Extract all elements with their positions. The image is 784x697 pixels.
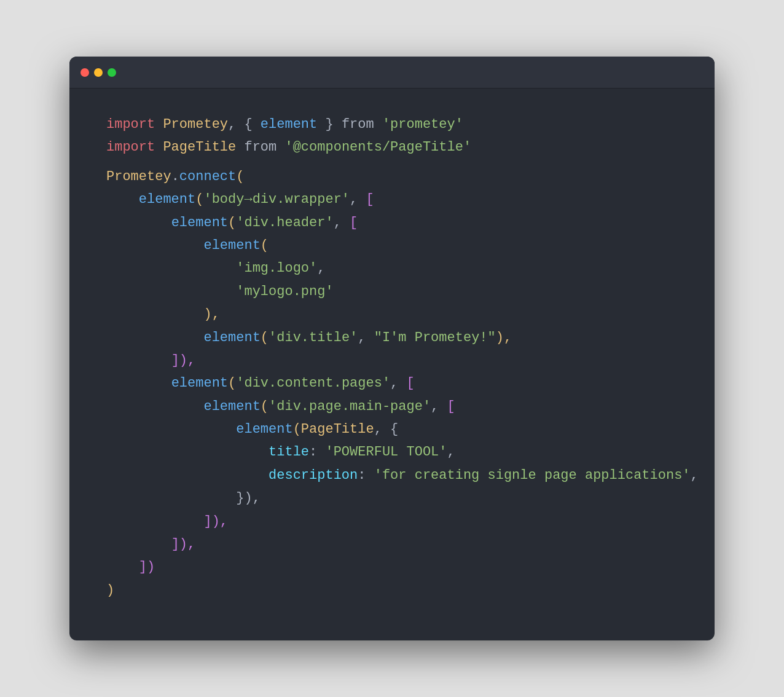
traffic-lights (80, 68, 116, 77)
code-token: from (244, 140, 276, 155)
code-line: element('div.content.pages', [ (106, 372, 678, 395)
code-line: 'img.logo', (106, 257, 678, 280)
code-token: 'prometey' (374, 117, 463, 132)
code-token: 'div.content.pages' (236, 376, 390, 391)
code-line: element( (106, 234, 678, 257)
code-line: ) (106, 579, 678, 602)
code-token: element (171, 215, 228, 230)
code-token: , (431, 399, 447, 414)
code-token: : (358, 468, 374, 483)
code-token: , (447, 444, 455, 460)
code-token: ), (496, 330, 512, 345)
code-token: } (317, 117, 342, 132)
code-line: element('div.title', "I'm Prometey!"), (106, 326, 678, 349)
code-token: Prometey (106, 169, 171, 184)
code-token: [ (350, 215, 358, 230)
code-line: import PageTitle from '@components/PageT… (106, 136, 678, 159)
code-token: element (261, 117, 317, 132)
code-token: ]), (171, 353, 196, 368)
code-token: ( (261, 399, 269, 414)
code-token: , (350, 192, 366, 207)
code-line: ]), (106, 533, 678, 556)
code-token: Prometey (163, 117, 228, 132)
code-token: ( (293, 422, 301, 437)
code-token: element (203, 399, 260, 414)
code-token: , (691, 468, 699, 483)
code-token: 'for creating signle page applications' (374, 468, 691, 483)
code-line: ]) (106, 556, 678, 578)
code-token: import (106, 140, 163, 155)
code-token: element (171, 376, 228, 391)
code-token: , { (228, 117, 261, 132)
titlebar (69, 57, 715, 89)
code-token: element (203, 330, 260, 345)
code-line: ]), (106, 349, 678, 372)
code-token: element (203, 238, 260, 253)
code-line: import Prometey, { element } from 'prome… (106, 113, 678, 136)
code-token: ( (228, 215, 236, 230)
maximize-button[interactable] (108, 68, 116, 77)
code-token: ( (236, 169, 244, 184)
code-line: description: 'for creating signle page a… (106, 464, 678, 487)
code-token: ]) (139, 559, 155, 575)
code-token: ( (195, 192, 203, 207)
code-token: , (390, 376, 406, 391)
code-token: ( (261, 238, 269, 253)
code-line: }), (106, 487, 678, 510)
code-token: 'mylogo.png' (236, 284, 333, 299)
code-token (236, 140, 244, 155)
code-line: 'mylogo.png' (106, 280, 678, 303)
code-token: from (342, 117, 374, 132)
code-token: ( (228, 376, 236, 391)
code-token: ) (106, 583, 114, 598)
code-token: description (269, 468, 358, 483)
editor-window: import Prometey, { element } from 'prome… (69, 57, 715, 640)
code-token: [ (447, 399, 455, 414)
code-token: [ (366, 192, 374, 207)
code-line: Prometey.connect( (106, 165, 678, 188)
code-token: , (358, 330, 374, 345)
code-token: [ (407, 376, 415, 391)
code-token: , (317, 261, 325, 276)
code-line: title: 'POWERFUL TOOL', (106, 441, 678, 463)
code-line: element(PageTitle, { (106, 418, 678, 441)
code-token: element (236, 422, 292, 437)
code-token: ( (261, 330, 269, 345)
close-button[interactable] (80, 68, 89, 77)
code-token: : (309, 444, 325, 460)
code-token: 'body→div.wrapper' (203, 192, 350, 207)
code-token: 'div.page.main-page' (269, 399, 431, 414)
code-token: , { (374, 422, 399, 437)
code-token: title (269, 444, 309, 460)
blank-line (106, 159, 678, 165)
code-token: 'POWERFUL TOOL' (325, 444, 447, 460)
code-token: . (171, 169, 179, 184)
code-token: PageTitle (163, 140, 236, 155)
code-token: PageTitle (301, 422, 374, 437)
code-token: , (334, 215, 350, 230)
code-token: ]), (203, 514, 228, 529)
code-line: element('div.page.main-page', [ (106, 395, 678, 418)
code-token: element (139, 192, 195, 207)
code-line: element('div.header', [ (106, 211, 678, 234)
code-line: element('body→div.wrapper', [ (106, 188, 678, 211)
code-token: 'div.header' (236, 215, 333, 230)
code-token: }), (236, 490, 261, 506)
code-token: 'img.logo' (236, 261, 317, 276)
code-token: ), (203, 307, 219, 322)
code-line: ), (106, 303, 678, 326)
minimize-button[interactable] (94, 68, 103, 77)
code-token: "I'm Prometey!" (374, 330, 496, 345)
code-line: ]), (106, 510, 678, 533)
code-editor: import Prometey, { element } from 'prome… (69, 89, 715, 640)
code-token: ]), (171, 537, 196, 552)
code-token: 'div.title' (269, 330, 358, 345)
code-token: '@components/PageTitle' (276, 140, 471, 155)
code-token: import (106, 117, 163, 132)
code-token: connect (179, 169, 236, 184)
